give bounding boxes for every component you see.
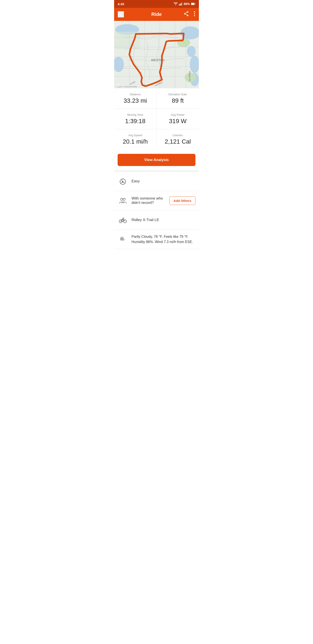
svg-rect-5 [195, 4, 195, 4]
status-bar: 4:45 88% [114, 0, 199, 8]
stat-calories: Calories 2,121 Cal [157, 129, 199, 150]
svg-line-59 [123, 219, 123, 219]
svg-point-44 [122, 181, 123, 182]
view-analysis-button[interactable]: View Analysis [118, 154, 195, 166]
avg-speed-label: Avg Speed [128, 134, 142, 137]
nav-header: Ride [114, 8, 199, 21]
share-button[interactable] [184, 11, 189, 18]
stat-moving-time: Moving Time 1:39:18 [114, 109, 157, 129]
svg-point-20 [187, 46, 196, 57]
svg-line-10 [185, 12, 187, 14]
moving-time-label: Moving Time [127, 113, 143, 116]
svg-line-65 [121, 237, 121, 238]
bike-text: Ridley X-Trail LE [131, 218, 195, 222]
nav-actions [184, 11, 195, 18]
stats-row-1: Distance 33.23 mi Elevation Gain 89 ft [114, 88, 199, 109]
moving-time-value: 1:39:18 [125, 118, 145, 125]
map-svg: WESTON S Post ture Blvd Shotgun Rd Mapbo… [114, 21, 199, 88]
svg-point-12 [194, 11, 195, 12]
svg-line-11 [185, 14, 187, 15]
weather-icon [119, 236, 127, 243]
info-section: Easy With someone who didn't record? Add… [114, 170, 199, 249]
battery-text: 88% [184, 2, 190, 6]
speedometer-icon [119, 177, 127, 185]
avg-power-value: 319 W [169, 118, 187, 125]
add-others-button[interactable]: Add Others [169, 196, 195, 205]
weather-item: Partly Cloudy, 78 °F. Feels like 79 °F. … [114, 230, 199, 249]
effort-text: Easy [131, 179, 195, 184]
svg-rect-3 [182, 2, 182, 6]
svg-point-13 [194, 13, 195, 14]
companion-text: With someone who didn't record? [131, 196, 166, 205]
bicycle-icon [119, 216, 127, 224]
svg-point-49 [123, 198, 125, 200]
battery-icon [191, 2, 195, 5]
route-map[interactable]: WESTON S Post ture Blvd Shotgun Rd Mapbo… [114, 21, 199, 88]
svg-point-48 [121, 198, 123, 200]
svg-rect-1 [180, 4, 180, 6]
page-title: Ride [151, 12, 162, 17]
bike-icon-container [118, 215, 128, 225]
companion-item: With someone who didn't record? Add Othe… [114, 191, 199, 210]
weather-text: Partly Cloudy, 78 °F. Feels like 79 °F. … [131, 234, 195, 244]
stat-avg-speed: Avg Speed 20.1 mi/h [114, 129, 157, 150]
bike-item: Ridley X-Trail LE [114, 210, 199, 230]
svg-rect-0 [179, 4, 180, 6]
calories-label: Calories [173, 134, 183, 137]
wifi-icon [174, 2, 178, 6]
elevation-value: 89 ft [172, 97, 184, 104]
svg-text:©: © [117, 84, 119, 86]
distance-label: Distance [130, 93, 141, 96]
calories-value: 2,121 Cal [165, 138, 191, 145]
status-time: 4:45 [118, 2, 124, 6]
stats-row-3: Avg Speed 20.1 mi/h Calories 2,121 Cal [114, 129, 199, 150]
stats-row-2: Moving Time 1:39:18 Avg Power 319 W [114, 109, 199, 129]
svg-point-19 [190, 56, 199, 73]
companion-icon [118, 196, 128, 206]
stat-elevation: Elevation Gain 89 ft [157, 88, 199, 108]
back-button[interactable] [118, 11, 124, 18]
stat-avg-power: Avg Power 319 W [157, 109, 199, 129]
svg-point-14 [194, 15, 195, 16]
status-icons: 88% [174, 2, 195, 6]
svg-rect-6 [191, 3, 194, 5]
more-button[interactable] [194, 11, 195, 18]
svg-text:WESTON: WESTON [151, 58, 164, 62]
people-icon [119, 197, 127, 204]
distance-value: 33.23 mi [124, 97, 147, 104]
elevation-label: Elevation Gain [168, 93, 187, 96]
svg-text:Shotgun Rd: Shotgun Rd [189, 71, 191, 81]
weather-icon-container [118, 234, 128, 244]
avg-speed-value: 20.1 mi/h [123, 138, 148, 145]
avg-power-label: Avg Power [171, 113, 185, 116]
effort-icon [118, 176, 128, 186]
svg-line-62 [123, 237, 124, 237]
stats-container: Distance 33.23 mi Elevation Gain 89 ft M… [114, 88, 199, 166]
effort-item: Easy [114, 172, 199, 191]
stat-distance: Distance 33.23 mi [114, 88, 157, 108]
svg-rect-2 [181, 3, 182, 6]
signal-icon [179, 2, 182, 6]
